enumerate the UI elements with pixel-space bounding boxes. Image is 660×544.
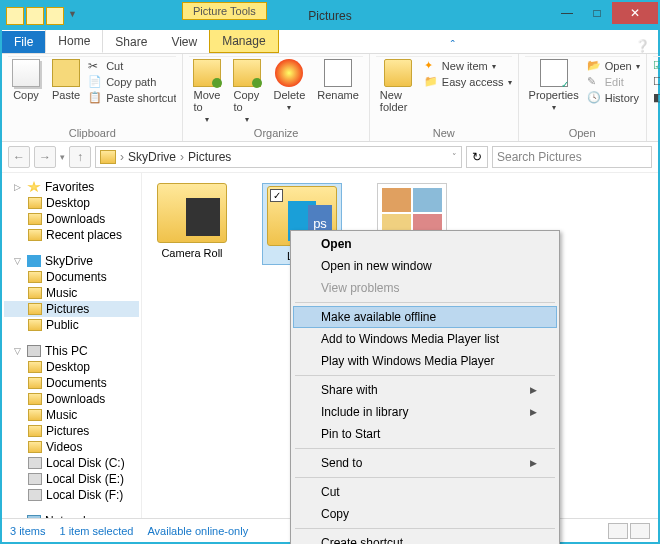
edit-button: Edit — [587, 75, 640, 89]
tab-manage[interactable]: Manage — [209, 29, 278, 53]
chevron-right-icon: ▶ — [530, 385, 537, 395]
tab-file[interactable]: File — [2, 31, 45, 53]
menu-open-new-window[interactable]: Open in new window — [293, 255, 557, 277]
menu-share-with[interactable]: Share with▶ — [293, 379, 557, 401]
view-details-button[interactable] — [608, 523, 628, 539]
tree-pictures[interactable]: Pictures — [4, 423, 139, 439]
status-availability: Available online-only — [147, 525, 248, 537]
qat-icon[interactable] — [6, 7, 24, 25]
menu-include-library[interactable]: Include in library▶ — [293, 401, 557, 423]
copy-button[interactable]: Copy — [8, 57, 44, 103]
folder-icon — [28, 319, 42, 331]
new-folder-button[interactable]: New folder — [376, 57, 420, 115]
up-button[interactable]: ↑ — [69, 146, 91, 168]
qat-icon[interactable] — [26, 7, 44, 25]
folder-icon — [28, 425, 42, 437]
menu-separator — [295, 375, 555, 376]
tree-documents[interactable]: Documents — [4, 269, 139, 285]
easy-access-button[interactable]: Easy access ▾ — [424, 75, 512, 89]
close-button[interactable]: ✕ — [612, 2, 658, 24]
titlebar: ▼ Picture Tools Pictures — □ ✕ — [2, 2, 658, 30]
tree-music[interactable]: Music — [4, 407, 139, 423]
menu-copy[interactable]: Copy — [293, 503, 557, 525]
scissors-icon — [88, 59, 102, 73]
menu-separator — [295, 302, 555, 303]
contextual-tab-label: Picture Tools — [182, 2, 267, 20]
copy-path-button[interactable]: Copy path — [88, 75, 176, 89]
ribbon-collapse-icon[interactable]: ˆ — [451, 39, 463, 53]
tree-pictures[interactable]: Pictures — [4, 301, 139, 317]
menu-cut[interactable]: Cut — [293, 481, 557, 503]
menu-play-wmp[interactable]: Play with Windows Media Player — [293, 350, 557, 372]
cut-button[interactable]: Cut — [88, 59, 176, 73]
rename-button[interactable]: Rename — [313, 57, 363, 103]
folder-thumbnail — [157, 183, 227, 243]
move-to-button[interactable]: Move to▾ — [189, 57, 225, 126]
folder-item-camera-roll[interactable]: Camera Roll — [152, 183, 232, 259]
folder-icon — [28, 287, 42, 299]
invert-selection-button[interactable]: Invert selection — [653, 91, 660, 105]
menu-make-available-offline[interactable]: Make available offline — [293, 306, 557, 328]
back-button[interactable]: ← — [8, 146, 30, 168]
tree-disk-e[interactable]: Local Disk (E:) — [4, 471, 139, 487]
search-input[interactable]: Search Pictures — [492, 146, 652, 168]
tree-downloads[interactable]: Downloads — [4, 211, 139, 227]
menu-create-shortcut[interactable]: Create shortcut — [293, 532, 557, 544]
item-label: Camera Roll — [161, 247, 222, 259]
breadcrumb-pictures[interactable]: Pictures — [188, 150, 231, 164]
tree-thispc[interactable]: ▽This PC — [4, 343, 139, 359]
menu-pin-to-start[interactable]: Pin to Start — [293, 423, 557, 445]
paste-button[interactable]: Paste — [48, 57, 84, 103]
new-item-button[interactable]: New item ▾ — [424, 59, 512, 73]
checkbox-icon[interactable]: ✓ — [270, 189, 283, 202]
tree-music[interactable]: Music — [4, 285, 139, 301]
folder-icon — [28, 409, 42, 421]
qat-dropdown-icon[interactable]: ▼ — [66, 7, 79, 25]
navigation-tree: ▷Favorites Desktop Downloads Recent plac… — [2, 173, 142, 518]
tree-desktop[interactable]: Desktop — [4, 195, 139, 211]
properties-button[interactable]: Properties▾ — [525, 57, 583, 114]
delete-button[interactable]: Delete▾ — [269, 57, 309, 114]
paste-shortcut-button[interactable]: Paste shortcut — [88, 91, 176, 105]
tree-favorites[interactable]: ▷Favorites — [4, 179, 139, 195]
maximize-button[interactable]: □ — [582, 2, 612, 24]
menu-separator — [295, 477, 555, 478]
recent-locations-icon[interactable]: ▾ — [60, 152, 65, 162]
tab-share[interactable]: Share — [103, 31, 159, 53]
qat-icon[interactable] — [46, 7, 64, 25]
tree-disk-c[interactable]: Local Disk (C:) — [4, 455, 139, 471]
tree-desktop[interactable]: Desktop — [4, 359, 139, 375]
menu-send-to[interactable]: Send to▶ — [293, 452, 557, 474]
address-bar[interactable]: › SkyDrive › Pictures ˅ — [95, 146, 462, 168]
menu-add-wmp-list[interactable]: Add to Windows Media Player list — [293, 328, 557, 350]
select-all-button[interactable]: Select all — [653, 59, 660, 73]
tree-documents[interactable]: Documents — [4, 375, 139, 391]
address-dropdown-icon[interactable]: ˅ — [452, 152, 457, 162]
tree-public[interactable]: Public — [4, 317, 139, 333]
tree-downloads[interactable]: Downloads — [4, 391, 139, 407]
refresh-button[interactable]: ↻ — [466, 146, 488, 168]
copy-to-button[interactable]: Copy to▾ — [229, 57, 265, 126]
tab-home[interactable]: Home — [45, 29, 103, 53]
tree-recent[interactable]: Recent places — [4, 227, 139, 243]
tree-videos[interactable]: Videos — [4, 439, 139, 455]
history-button[interactable]: History — [587, 91, 640, 105]
minimize-button[interactable]: — — [552, 2, 582, 24]
breadcrumb-skydrive[interactable]: SkyDrive — [128, 150, 176, 164]
help-icon[interactable]: ❔ — [635, 39, 658, 53]
tab-view[interactable]: View — [159, 31, 209, 53]
open-button[interactable]: Open ▾ — [587, 59, 640, 73]
folder-icon — [28, 377, 42, 389]
ribbon: Copy Paste Cut Copy path Paste shortcut … — [2, 54, 658, 142]
chevron-right-icon: ▶ — [530, 458, 537, 468]
folder-icon — [28, 213, 42, 225]
forward-button[interactable]: → — [34, 146, 56, 168]
tree-disk-f[interactable]: Local Disk (F:) — [4, 487, 139, 503]
navigation-bar: ← → ▾ ↑ › SkyDrive › Pictures ˅ ↻ Search… — [2, 142, 658, 172]
group-new: New folder New item ▾ Easy access ▾ New — [370, 54, 519, 141]
view-icons-button[interactable] — [630, 523, 650, 539]
skydrive-icon — [27, 255, 41, 267]
select-none-button[interactable]: Select none — [653, 75, 660, 89]
menu-open[interactable]: Open — [293, 233, 557, 255]
tree-skydrive[interactable]: ▽SkyDrive — [4, 253, 139, 269]
